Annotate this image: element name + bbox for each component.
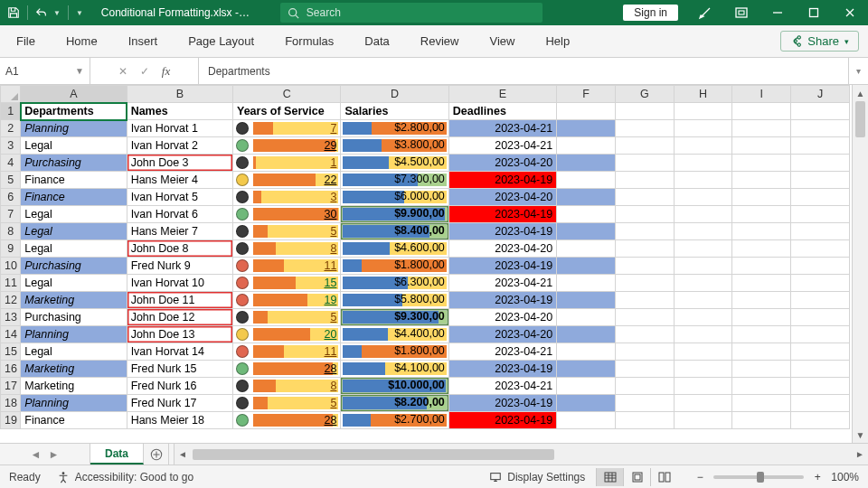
cell-years[interactable]: 8 [233,240,341,258]
tab-page-layout[interactable]: Page Layout [181,29,261,53]
cell-dept[interactable]: Purchasing [21,155,127,172]
name-box[interactable]: A1 ▼ [0,58,90,84]
cell-deadline[interactable]: 2023-04-19 [448,258,556,275]
cell-years[interactable]: 22 [233,172,341,189]
cell-salary[interactable]: $8.200,00 [341,395,448,412]
cell-name[interactable]: Hans Meier 7 [127,223,232,240]
cell-years[interactable]: 19 [233,292,341,309]
view-page-break-icon[interactable] [650,468,677,486]
col-header-G[interactable]: G [615,86,674,103]
col-header-B[interactable]: B [127,86,232,103]
cell-deadline[interactable]: 2023-04-19 [448,395,556,412]
hscroll-thumb[interactable] [193,449,554,460]
cell-dept[interactable]: Planning [21,326,127,343]
tab-formulas[interactable]: Formulas [278,29,341,53]
cell-deadline[interactable]: 2023-04-21 [448,343,556,361]
cell-deadline[interactable]: 2023-04-19 [448,292,556,309]
cell-name[interactable]: Ivan Horvat 2 [127,137,232,155]
formula-input[interactable]: Departments [199,58,848,84]
cell-name[interactable]: Hans Meier 18 [127,412,232,429]
cell-name[interactable]: Fred Nurk 9 [127,258,232,275]
zoom-out-icon[interactable]: − [693,471,706,483]
cell-deadline[interactable]: 2023-04-19 [448,206,556,223]
cell-salary[interactable]: $4.600,00 [341,240,448,258]
cell-salary[interactable]: $7.300,00 [341,172,448,189]
cell-salary[interactable]: $8.400,00 [341,223,448,240]
fx-icon[interactable]: fx [162,64,170,79]
cell-dept[interactable]: Purchasing [21,309,127,326]
cell-years[interactable]: 11 [233,343,341,361]
ribbon-mode-icon[interactable] [723,0,760,25]
quick-access-more-icon[interactable]: ▼ [76,9,83,17]
tab-data[interactable]: Data [357,29,396,53]
cell-years[interactable]: 28 [233,361,341,378]
tab-insert[interactable]: Insert [121,29,165,53]
cell-deadline[interactable]: 2023-04-20 [448,240,556,258]
row-header-19[interactable]: 19 [1,412,21,429]
cell-dept[interactable]: Legal [21,240,127,258]
cell-salary[interactable]: $9.300,00 [341,309,448,326]
cell-salary[interactable]: $4.500,00 [341,155,448,172]
cell-C1[interactable]: Years of Service [233,103,341,120]
cell-name[interactable]: Fred Nurk 16 [127,378,232,395]
row-header-17[interactable]: 17 [1,378,21,395]
view-normal-icon[interactable] [596,468,623,486]
cell-dept[interactable]: Legal [21,137,127,155]
col-header-J[interactable]: J [791,86,850,103]
sign-in-button[interactable]: Sign in [623,5,678,21]
row-header-2[interactable]: 2 [1,120,21,137]
cell-dept[interactable]: Finance [21,189,127,206]
cell-salary[interactable]: $2.800,00 [341,120,448,137]
cell-salary[interactable]: $5.800,00 [341,292,448,309]
cell-years[interactable]: 8 [233,378,341,395]
view-page-layout-icon[interactable] [623,468,650,486]
cell-deadline[interactable]: 2023-04-20 [448,155,556,172]
cancel-formula-icon[interactable]: ✕ [118,65,127,78]
undo-dropdown-icon[interactable]: ▼ [53,9,61,17]
row-header-15[interactable]: 15 [1,343,21,361]
cell-name[interactable]: Hans Meier 4 [127,172,232,189]
cell-deadline[interactable]: 2023-04-21 [448,137,556,155]
cell-deadline[interactable]: 2023-04-20 [448,326,556,343]
scroll-left-icon[interactable]: ◄ [175,449,191,459]
col-header-E[interactable]: E [448,86,556,103]
row-header-7[interactable]: 7 [1,206,21,223]
cell-A1[interactable]: Departments [21,103,127,120]
col-header-H[interactable]: H [674,86,732,103]
cell-name[interactable]: Ivan Horvat 10 [127,275,232,292]
horizontal-scrollbar[interactable]: ◄ ► [175,444,868,465]
cell-name[interactable]: Ivan Horvat 14 [127,343,232,361]
close-icon[interactable] [832,0,868,25]
maximize-icon[interactable] [796,0,832,25]
tab-file[interactable]: File [9,29,42,53]
cell-salary[interactable]: $1.800,00 [341,258,448,275]
col-header-F[interactable]: F [557,86,616,103]
cell-dept[interactable]: Legal [21,206,127,223]
col-header-C[interactable]: C [233,86,341,103]
scroll-down-icon[interactable]: ▼ [853,427,868,443]
tab-help[interactable]: Help [538,29,577,53]
cell-years[interactable]: 3 [233,189,341,206]
row-header-1[interactable]: 1 [1,103,21,120]
cell-B1[interactable]: Names [127,103,232,120]
row-header-14[interactable]: 14 [1,326,21,343]
row-header-4[interactable]: 4 [1,155,21,172]
row-header-6[interactable]: 6 [1,189,21,206]
col-header-D[interactable]: D [341,86,448,103]
add-sheet-button[interactable] [144,444,169,465]
cell-salary[interactable]: $3.800,00 [341,137,448,155]
row-header-11[interactable]: 11 [1,275,21,292]
cell-dept[interactable]: Purchasing [21,258,127,275]
cell-name[interactable]: Ivan Horvat 1 [127,120,232,137]
row-header-16[interactable]: 16 [1,361,21,378]
cell-years[interactable]: 1 [233,155,341,172]
spreadsheet-grid[interactable]: A B C D E F G H I J 1DepartmentsNamesYea… [0,85,850,429]
cell-years[interactable]: 5 [233,309,341,326]
tab-home[interactable]: Home [59,29,105,53]
cell-deadline[interactable]: 2023-04-21 [448,120,556,137]
cell-salary[interactable]: $9.900,00 [341,206,448,223]
cell-dept[interactable]: Legal [21,223,127,240]
cell-years[interactable]: 20 [233,326,341,343]
cell-dept[interactable]: Planning [21,395,127,412]
row-header-13[interactable]: 13 [1,309,21,326]
